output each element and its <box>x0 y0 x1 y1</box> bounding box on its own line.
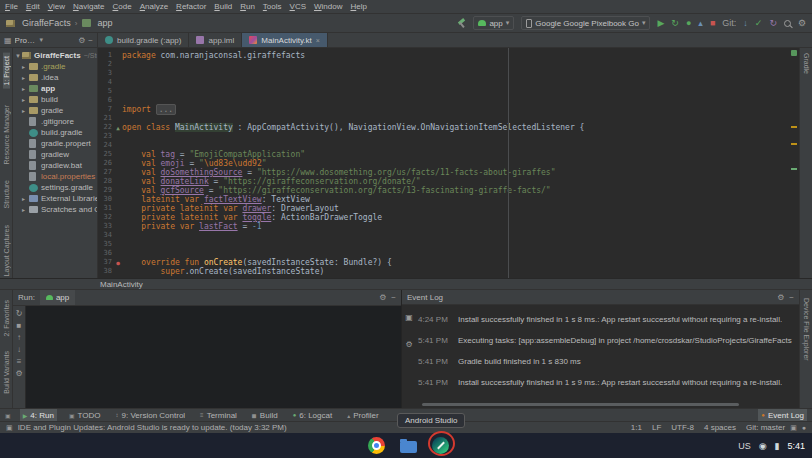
menu-analyze[interactable]: Analyze <box>140 2 168 11</box>
code-line[interactable]: 38super.onCreate(savedInstanceState) <box>98 267 789 276</box>
project-panel-title[interactable]: Project <box>15 36 37 45</box>
code-editor[interactable]: 1package com.naranjaconsal.giraffefacts2… <box>98 48 799 278</box>
git-revert-icon[interactable]: ↻ <box>769 19 777 28</box>
code-line[interactable]: 28val donateLink = "https://giraffeconse… <box>98 177 789 186</box>
git-commit-icon[interactable]: ✓ <box>755 19 763 28</box>
event-log-entry[interactable]: 5:41 PMExecuting tasks: [app:assembleDeb… <box>418 336 795 345</box>
code-line[interactable]: 29val gcfSource = "https://giraffeconser… <box>98 186 789 195</box>
tree-expand-arrow[interactable]: ▸ <box>22 96 29 103</box>
toolwindow-anchor-icon[interactable]: ▣ <box>5 412 11 419</box>
tree-expand-arrow[interactable]: ▸ <box>22 206 29 213</box>
code-line[interactable]: 31private lateinit var drawer: DrawerLay… <box>98 204 789 213</box>
toolwindow-button-build[interactable]: ◼Build <box>249 409 281 421</box>
code-line[interactable]: 26val emoji = "\ud83e\udd92" <box>98 159 789 168</box>
tree-expand-arrow[interactable]: ▼ <box>15 53 22 59</box>
hide-run-panel-icon[interactable]: − <box>391 293 396 302</box>
run-button[interactable]: ▶ <box>657 19 664 28</box>
status-lf[interactable]: LF <box>652 423 661 432</box>
panel-settings-gear-icon[interactable]: ⚙ <box>78 36 85 45</box>
menu-file[interactable]: File <box>5 2 18 11</box>
chevron-down-icon[interactable]: ▾ <box>40 36 44 44</box>
impl-gutter-icon[interactable]: ▲ <box>114 123 122 132</box>
toolwindow-layout-captures[interactable]: Layout Captures <box>3 225 10 276</box>
menu-navigate[interactable]: Navigate <box>73 2 105 11</box>
menu-refactor[interactable]: Refactor <box>176 2 206 11</box>
toolwindow-button-6-logcat[interactable]: ●6: Logcat <box>290 409 336 421</box>
code-line[interactable]: 33private var lastFact = -1 <box>98 222 789 231</box>
build-hammer-icon[interactable] <box>457 19 466 28</box>
horizontal-scrollbar[interactable] <box>422 403 739 406</box>
code-line[interactable]: 2 <box>98 60 789 69</box>
toolwindow-resource-manager[interactable]: Resource Manager <box>3 105 10 165</box>
hide-panel-icon[interactable]: − <box>88 36 93 45</box>
rerun-icon[interactable]: ↻ <box>16 309 23 318</box>
code-line[interactable]: 30lateinit var factTextView: TextView <box>98 195 789 204</box>
settings-gear-icon[interactable]: ⚙ <box>798 19 806 28</box>
tree-item-build[interactable]: ▸build <box>13 94 97 105</box>
menu-vcs[interactable]: VCS <box>290 2 306 11</box>
scroll-up-icon[interactable]: ↑ <box>17 333 21 342</box>
status-git-master[interactable]: Git: master <box>746 423 785 432</box>
toolwindow-1-project[interactable]: 1: Project <box>3 53 10 89</box>
code-line[interactable]: 32private lateinit var toggle: ActionBar… <box>98 213 789 222</box>
toolwindow-structure[interactable]: Structure <box>3 180 10 208</box>
breadcrumb-project[interactable]: GiraffeFacts <box>22 18 71 28</box>
stop-icon[interactable]: ■ <box>17 321 22 330</box>
git-update-icon[interactable]: ↓ <box>743 19 748 28</box>
debug-button[interactable]: ● <box>686 19 691 28</box>
code-line[interactable]: 35 <box>98 240 789 249</box>
file-manager-icon[interactable] <box>400 441 417 453</box>
toolwindow-gradle[interactable]: Gradle <box>803 53 810 74</box>
tree-item-build-gradle[interactable]: build.gradle <box>13 127 97 138</box>
breadcrumb-class[interactable]: MainActivity <box>100 280 143 289</box>
menu-window[interactable]: Window <box>314 2 342 11</box>
stop-button[interactable]: ■ <box>710 19 715 28</box>
mark-all-read-icon[interactable]: ▣ <box>405 313 413 322</box>
settings-icon[interactable]: ⚙ <box>15 369 22 378</box>
info-stripe-mark[interactable] <box>791 168 797 170</box>
code-line[interactable]: 34 <box>98 231 789 240</box>
menu-icon[interactable]: ≡ <box>17 357 22 366</box>
code-line[interactable]: 27val doSomethingSource = "https://www.d… <box>98 168 789 177</box>
code-line[interactable]: 24 <box>98 141 789 150</box>
lock-icon[interactable]: ▣ <box>790 424 797 432</box>
code-line[interactable]: 3 <box>98 69 789 78</box>
toolwindow-build-variants[interactable]: Build Variants <box>3 351 10 394</box>
hide-event-log-icon[interactable]: − <box>789 293 794 302</box>
clock[interactable]: 5:41 <box>787 441 805 451</box>
toolwindow-button-event-log[interactable]: ●Event Log <box>758 409 807 421</box>
toolwindow-button-profiler[interactable]: ▴Profiler <box>344 409 381 421</box>
tab-build-gradle-app[interactable]: build.gradle (:app) <box>98 33 189 47</box>
code-line[interactable]: 23 <box>98 132 789 141</box>
code-line[interactable]: 22▲open class MainActivity : AppCompatAc… <box>98 123 789 132</box>
toolwindow-device-file-explorer[interactable]: Device File Explorer <box>803 298 810 361</box>
event-log-entry[interactable]: 4:24 PMInstall successfully finished in … <box>418 315 795 324</box>
keyboard-layout[interactable]: US <box>738 441 751 451</box>
scroll-down-icon[interactable]: ↓ <box>17 345 21 354</box>
battery-icon[interactable]: ▮ <box>775 441 780 451</box>
code-line[interactable]: 7import ... <box>98 105 789 114</box>
device-dropdown[interactable]: Google Google Pixelbook Go ▾ <box>521 16 650 30</box>
chrome-icon[interactable] <box>368 437 385 454</box>
status-utf-8[interactable]: UTF-8 <box>671 423 694 432</box>
status-1-1[interactable]: 1:1 <box>631 423 642 432</box>
tree-item-gitignore[interactable]: .gitignore <box>13 116 97 127</box>
warning-stripe-mark[interactable] <box>791 126 797 128</box>
status-4-spaces[interactable]: 4 spaces <box>704 423 736 432</box>
tab-app-iml[interactable]: app.iml <box>189 33 242 47</box>
tab-mainactivity-kt[interactable]: MainActivity.kt× <box>242 33 328 47</box>
update-icon[interactable]: ▣ <box>6 424 13 432</box>
toolwindow-2-favorites[interactable]: 2: Favorites <box>3 300 10 337</box>
code-line[interactable]: 4 <box>98 78 789 87</box>
tree-expand-arrow[interactable]: ▸ <box>22 85 29 92</box>
code-line[interactable]: 37●override fun onCreate(savedInstanceSt… <box>98 258 789 267</box>
run-configuration-dropdown[interactable]: app ▾ <box>473 16 514 30</box>
event-log-settings-icon[interactable]: ⚙ <box>405 340 412 349</box>
status-menu-icon[interactable]: ◉ <box>759 441 767 451</box>
tree-expand-arrow[interactable]: ▸ <box>22 74 29 81</box>
menu-help[interactable]: Help <box>350 2 366 11</box>
tree-item-idea[interactable]: ▸.idea <box>13 72 97 83</box>
tree-item-external-libraries[interactable]: ▸External Libraries <box>13 193 97 204</box>
code-line[interactable]: 25val tag = "EmojiCompatApplication" <box>98 150 789 159</box>
override-gutter-icon[interactable]: ● <box>114 258 122 267</box>
